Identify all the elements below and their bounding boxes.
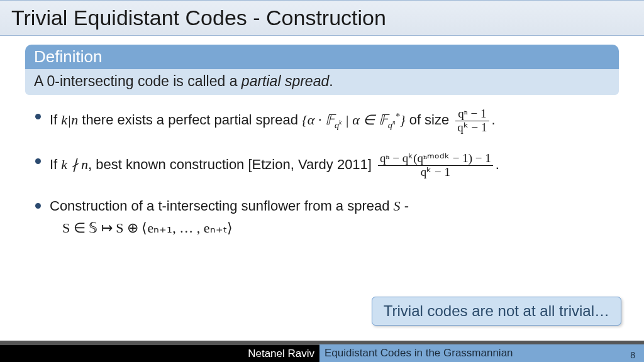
bullet-icon bbox=[35, 203, 41, 209]
b1-m1: k|n bbox=[61, 112, 78, 128]
def-text-prefix: A 0-intersecting code is called a bbox=[34, 73, 242, 89]
def-text-suffix: . bbox=[329, 73, 333, 89]
b1-m2a: q bbox=[335, 120, 339, 130]
b1-m2c: | α ∈ 𝔽 bbox=[341, 112, 388, 128]
bullet-list: If k|n there exists a perfect partial sp… bbox=[19, 107, 625, 238]
callout-box: Trivial codes are not at all trivial… bbox=[372, 297, 621, 326]
b1-t1: If bbox=[50, 112, 61, 128]
bullet-2: If k ∤ n, best known construction [Etzio… bbox=[35, 152, 625, 179]
b1-frac-den: qᵏ − 1 bbox=[455, 121, 489, 134]
b2-t3: . bbox=[496, 156, 499, 172]
b3-t2: - bbox=[401, 198, 409, 214]
bullet-1: If k|n there exists a perfect partial sp… bbox=[35, 107, 625, 134]
b1-m2f: * bbox=[396, 111, 400, 121]
slide-content: Definition A 0-intersecting code is call… bbox=[0, 36, 644, 238]
b2-frac-den: qᵏ − 1 bbox=[378, 166, 493, 179]
footer-author: Netanel Raviv bbox=[0, 344, 319, 362]
footer: Netanel Raviv Equidistant Codes in the G… bbox=[0, 344, 644, 362]
b3-t1: Construction of a t-intersecting sunflow… bbox=[50, 198, 394, 214]
bullet-icon bbox=[35, 114, 41, 119]
b2-t1: If bbox=[50, 156, 61, 172]
b3-sub-math: S ∈ 𝕊 ↦ S ⊕ ⟨eₙ₊₁, … , eₙ₊ₜ⟩ bbox=[62, 219, 625, 238]
bullet-3-body: Construction of a t-intersecting sunflow… bbox=[50, 197, 625, 238]
slide-title: Trivial Equidistant Codes - Construction bbox=[0, 0, 644, 36]
b1-t4: . bbox=[492, 112, 496, 128]
b1-t3: of size bbox=[406, 112, 453, 128]
b1-frac: qⁿ − 1qᵏ − 1 bbox=[455, 107, 489, 134]
b2-t2: , best known construction [Etzion, Vardy… bbox=[88, 156, 375, 172]
b1-m2g: } bbox=[400, 112, 406, 128]
b2-frac-num: qⁿ − qᵏ(qⁿᵐᵒᵈᵏ − 1) − 1 bbox=[378, 152, 493, 166]
b2-frac: qⁿ − qᵏ(qⁿᵐᵒᵈᵏ − 1) − 1qᵏ − 1 bbox=[378, 152, 493, 179]
b1-m2: {α · 𝔽 bbox=[302, 112, 335, 128]
bullet-3: Construction of a t-intersecting sunflow… bbox=[35, 197, 625, 238]
footer-talk-text: Equidistant Codes in the Grassmannian bbox=[325, 347, 513, 359]
b3-m1: S bbox=[394, 198, 401, 214]
b2-m1: k ∤ n bbox=[61, 156, 88, 172]
bullet-2-body: If k ∤ n, best known construction [Etzio… bbox=[50, 152, 625, 179]
bullet-1-body: If k|n there exists a perfect partial sp… bbox=[50, 107, 625, 134]
definition-box: Definition A 0-intersecting code is call… bbox=[25, 45, 619, 95]
definition-header: Definition bbox=[25, 45, 619, 69]
definition-body: A 0-intersecting code is called a partia… bbox=[25, 69, 619, 95]
bullet-icon bbox=[35, 158, 41, 164]
b1-t2: there exists a perfect partial spread bbox=[78, 112, 302, 128]
b1-frac-num: qⁿ − 1 bbox=[455, 107, 489, 121]
footer-talk-title: Equidistant Codes in the Grassmannian 8 bbox=[319, 344, 644, 362]
b1-m2d: q bbox=[388, 120, 392, 130]
page-number: 8 bbox=[630, 350, 635, 360]
b1-set: {α · 𝔽qk | α ∈ 𝔽qn*} bbox=[302, 112, 406, 128]
def-text-ital: partial spread bbox=[242, 73, 329, 89]
